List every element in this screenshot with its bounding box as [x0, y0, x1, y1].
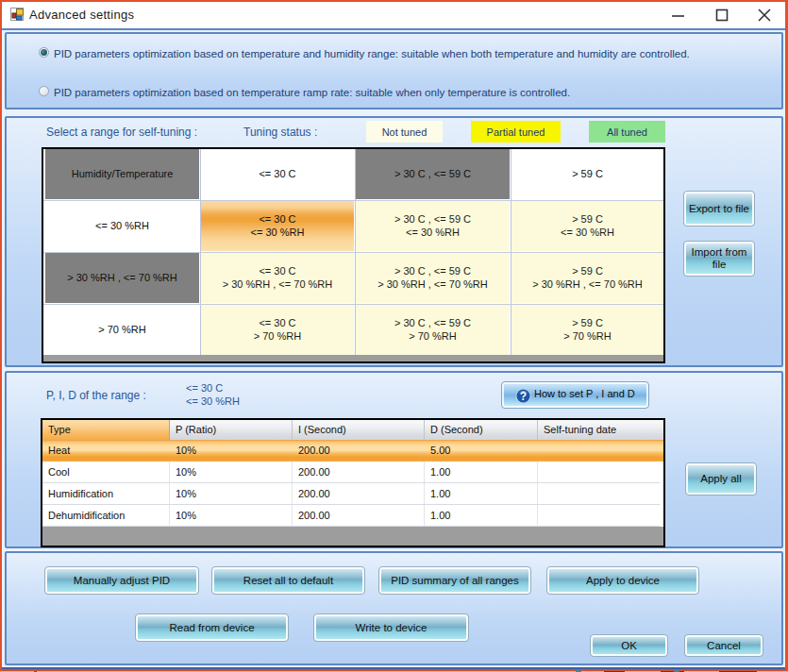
svg-text:?: ? [520, 390, 527, 403]
